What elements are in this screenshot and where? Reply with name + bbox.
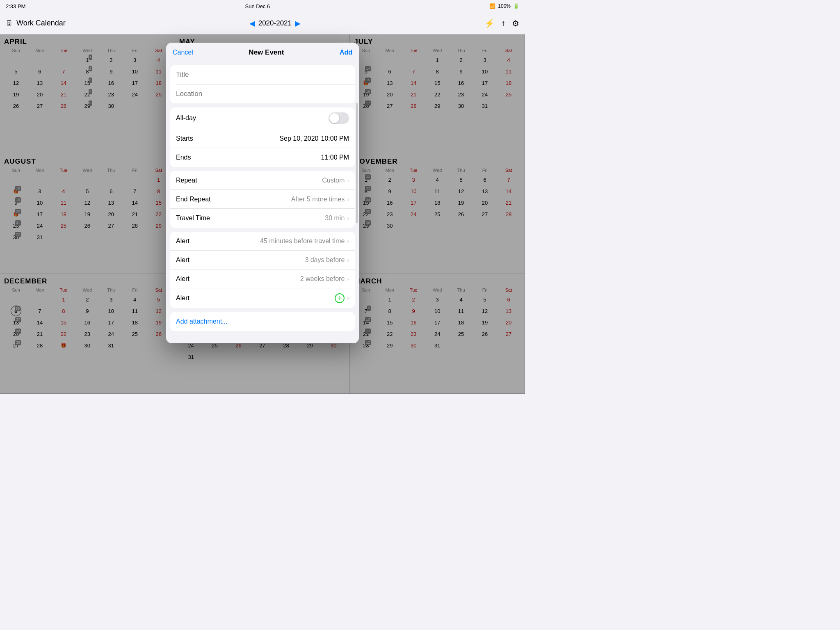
title-input[interactable] <box>170 65 355 84</box>
bottom-spacer <box>166 335 359 343</box>
next-year-button[interactable]: ▶ <box>295 19 301 28</box>
title-location-section <box>170 65 355 103</box>
time-section: All-day Starts Sep 10, 2020 10:00 PM <box>170 107 355 167</box>
alert4-label: Alert <box>176 294 225 302</box>
settings-button[interactable]: ⚙ <box>512 18 519 28</box>
modal-title: New Event <box>249 48 284 57</box>
travel-time-row[interactable]: Travel Time 30 min › <box>170 209 355 228</box>
modal-header: Cancel New Event Add <box>166 43 359 61</box>
modal-overlay[interactable]: Cancel New Event Add All-day <box>0 34 525 394</box>
travel-time-value: 30 min › <box>225 215 349 222</box>
all-day-row: All-day <box>170 107 355 129</box>
status-right: 📶 100% 🔋 <box>489 3 519 9</box>
travel-time-chevron: › <box>347 215 349 221</box>
wifi-icon: 📶 <box>489 3 495 9</box>
alert3-value: 2 weeks before › <box>225 275 349 283</box>
alert3-chevron: › <box>347 276 349 282</box>
modal-body: All-day Starts Sep 10, 2020 10:00 PM <box>166 61 359 343</box>
alert1-row[interactable]: Alert 45 minutes before travel time › <box>170 232 355 251</box>
calendar-icon: 🗓 <box>6 19 13 27</box>
alert4-chevron: › <box>347 295 349 301</box>
year-navigator[interactable]: ◀ 2020-2021 ▶ <box>249 19 301 28</box>
alert1-chevron: › <box>347 238 349 244</box>
status-bar: 2:33 PM Sun Dec 6 📶 100% 🔋 <box>0 0 525 12</box>
toggle-knob <box>329 113 339 123</box>
all-day-toggle[interactable] <box>329 112 349 124</box>
repeat-value: Custom › <box>225 177 349 184</box>
starts-time: 10:00 PM <box>321 135 349 142</box>
ends-label: Ends <box>176 154 225 161</box>
battery-icon: 🔋 <box>513 3 519 9</box>
end-repeat-val-text: After 5 more times <box>291 196 345 203</box>
prev-year-button[interactable]: ◀ <box>249 19 255 28</box>
header-left: 🗓 Work Calendar <box>6 19 66 27</box>
alerts-section: Alert 45 minutes before travel time › Al… <box>170 232 355 308</box>
travel-time-label: Travel Time <box>176 215 225 222</box>
all-day-label: All-day <box>176 114 225 122</box>
ends-time: 11:00 PM <box>321 154 349 161</box>
repeat-row[interactable]: Repeat Custom › <box>170 171 355 190</box>
end-repeat-value: After 5 more times › <box>225 196 349 203</box>
starts-date: Sep 10, 2020 <box>279 135 318 142</box>
alert4-row[interactable]: Alert + › <box>170 288 355 308</box>
new-event-modal: Cancel New Event Add All-day <box>166 43 359 343</box>
alert-add-button[interactable]: + <box>335 293 345 303</box>
starts-label: Starts <box>176 135 225 142</box>
end-repeat-label: End Repeat <box>176 196 225 203</box>
alert3-label: Alert <box>176 275 225 283</box>
alert2-value: 3 days before › <box>225 256 349 264</box>
alert1-value: 45 minutes before travel time › <box>225 237 349 245</box>
starts-row[interactable]: Starts Sep 10, 2020 10:00 PM <box>170 129 355 148</box>
repeat-section: Repeat Custom › End Repeat After 5 more … <box>170 171 355 228</box>
ends-row[interactable]: Ends 11:00 PM <box>170 148 355 167</box>
repeat-chevron: › <box>347 177 349 184</box>
share-button[interactable]: ↑ <box>501 18 505 28</box>
app-header: 🗓 Work Calendar ◀ 2020-2021 ▶ ⚡ ↑ ⚙ <box>0 12 525 34</box>
status-time: 2:33 PM <box>6 3 25 9</box>
year-range: 2020-2021 <box>258 19 292 27</box>
alert2-row[interactable]: Alert 3 days before › <box>170 251 355 269</box>
battery-level: 100% <box>498 3 511 9</box>
add-button[interactable]: Add <box>340 49 352 56</box>
alert1-label: Alert <box>176 237 225 245</box>
attachment-section: Add attachment... <box>170 312 355 331</box>
travel-time-val-text: 30 min <box>325 215 345 222</box>
all-day-value <box>225 112 349 124</box>
starts-value: Sep 10, 2020 10:00 PM <box>225 135 349 142</box>
status-date: Sun Dec 6 <box>245 3 270 9</box>
alert2-label: Alert <box>176 256 225 264</box>
end-repeat-chevron: › <box>347 196 349 203</box>
location-input[interactable] <box>170 84 355 103</box>
alert2-chevron: › <box>347 257 349 263</box>
ends-value: 11:00 PM <box>225 154 349 161</box>
alert3-val-text: 2 weeks before <box>300 275 345 283</box>
add-attachment-row[interactable]: Add attachment... <box>170 312 355 331</box>
header-right: ⚡ ↑ ⚙ <box>484 18 519 28</box>
alert4-value: + › <box>225 293 349 303</box>
repeat-label: Repeat <box>176 177 225 184</box>
alert3-row[interactable]: Alert 2 weeks before › <box>170 269 355 288</box>
flash-button[interactable]: ⚡ <box>484 18 495 28</box>
scroll-indicator <box>356 103 358 223</box>
app-title: Work Calendar <box>16 19 66 27</box>
end-repeat-row[interactable]: End Repeat After 5 more times › <box>170 190 355 209</box>
alert2-val-text: 3 days before <box>305 256 345 264</box>
cancel-button[interactable]: Cancel <box>173 49 193 56</box>
alert1-val-text: 45 minutes before travel time <box>260 237 345 245</box>
add-attachment-label: Add attachment... <box>176 318 227 325</box>
repeat-val-text: Custom <box>322 177 345 184</box>
